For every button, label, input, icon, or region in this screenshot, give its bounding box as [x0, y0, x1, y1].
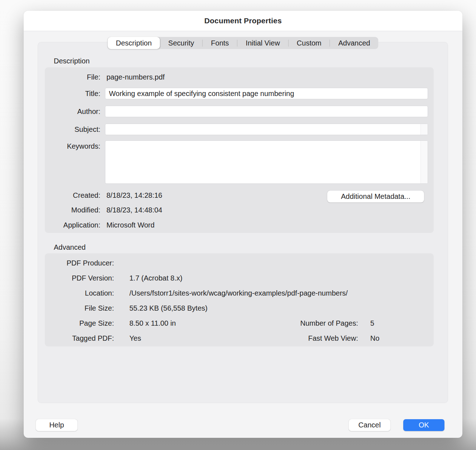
tab-advanced[interactable]: Advanced [330, 37, 379, 49]
created-value: 8/18/23, 14:28:16 [106, 191, 162, 200]
tagged-pdf-label: Tagged PDF: [45, 334, 114, 343]
tab-description-label: Description [116, 39, 152, 47]
dialog-title: Document Properties [204, 16, 282, 25]
title-label: Title: [45, 89, 100, 98]
location-label: Location: [45, 289, 114, 297]
modified-label: Modified: [45, 206, 100, 214]
file-size-value: 55.23 KB (56,558 Bytes) [129, 304, 208, 312]
application-label: Application: [45, 221, 100, 229]
fast-web-view-label: Fast Web View: [246, 334, 358, 343]
dialog-titlebar: Document Properties [24, 11, 462, 31]
tab-security[interactable]: Security [160, 37, 202, 49]
description-section-heading: Description [54, 57, 90, 65]
author-field-wrap [105, 106, 428, 117]
help-button[interactable]: Help [36, 419, 77, 431]
author-label: Author: [45, 107, 100, 116]
location-value: /Users/fstorr1/sites-work/wcag/working-e… [129, 289, 348, 297]
keywords-textarea[interactable] [105, 140, 428, 184]
advanced-group: PDF Producer: PDF Version: 1.7 (Acrobat … [45, 253, 434, 346]
subject-field-wrap [105, 124, 428, 135]
tab-advanced-label: Advanced [338, 39, 370, 47]
file-size-label: File Size: [45, 304, 114, 312]
advanced-section-heading: Advanced [54, 243, 86, 252]
application-value: Microsoft Word [106, 221, 154, 229]
tab-initial-view-label: Initial View [246, 39, 280, 47]
tab-bar: Description Security Fonts Initial View … [108, 37, 378, 49]
file-value: page-numbers.pdf [106, 73, 165, 81]
subject-scrollbar-track [420, 124, 428, 135]
title-field-wrap [105, 88, 428, 99]
tab-description[interactable]: Description [108, 37, 160, 49]
title-input[interactable] [105, 88, 428, 99]
description-group: File: page-numbers.pdf Title: Author: Su… [45, 67, 434, 233]
subject-label: Subject: [45, 125, 100, 134]
tab-initial-view[interactable]: Initial View [238, 37, 288, 49]
keywords-label: Keywords: [45, 142, 100, 150]
page-size-value: 8.50 x 11.00 in [129, 319, 176, 327]
pdf-producer-label: PDF Producer: [45, 259, 114, 267]
file-label: File: [45, 73, 100, 81]
number-of-pages-value: 5 [370, 319, 374, 327]
subject-input[interactable] [105, 124, 428, 135]
keywords-field-wrap [105, 140, 428, 184]
ok-button[interactable]: OK [403, 419, 444, 431]
page-size-label: Page Size: [45, 319, 114, 327]
cancel-button[interactable]: Cancel [349, 419, 390, 431]
additional-metadata-button[interactable]: Additional Metadata... [327, 191, 424, 202]
tab-fonts-label: Fonts [211, 39, 229, 47]
tab-custom-label: Custom [297, 39, 322, 47]
number-of-pages-label: Number of Pages: [246, 319, 358, 327]
tab-security-label: Security [168, 39, 194, 47]
created-label: Created: [45, 191, 100, 200]
tab-custom[interactable]: Custom [289, 37, 330, 49]
pdf-version-value: 1.7 (Acrobat 8.x) [129, 274, 182, 282]
tagged-pdf-value: Yes [129, 334, 141, 343]
fast-web-view-value: No [370, 334, 380, 343]
tab-fonts[interactable]: Fonts [203, 37, 237, 49]
author-input[interactable] [105, 106, 428, 117]
pdf-version-label: PDF Version: [45, 274, 114, 282]
document-properties-dialog: Document Properties Description Security… [24, 11, 462, 438]
keywords-scrollbar-track [420, 141, 428, 183]
modified-value: 8/18/23, 14:48:04 [106, 206, 162, 214]
